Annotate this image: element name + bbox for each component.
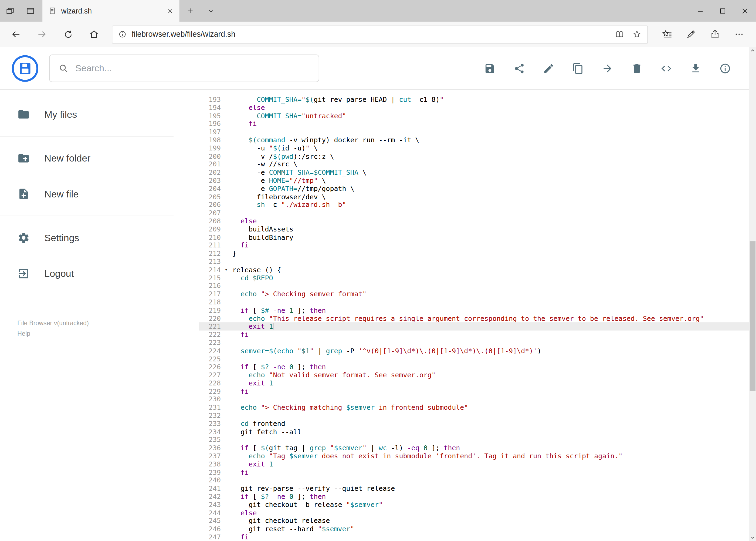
set-aside-tabs-icon[interactable]	[0, 0, 20, 22]
url-text[interactable]: filebrowser.web/files/wizard.sh	[132, 30, 610, 39]
code-line[interactable]: 231 echo "> Checking matching $semver in…	[199, 403, 756, 412]
code-line[interactable]: 226 if [ $? -ne 0 ]; then	[199, 363, 756, 371]
code-line[interactable]: 240	[199, 476, 756, 485]
code-line[interactable]: 207	[199, 209, 756, 217]
code-line[interactable]: 229 fi	[199, 387, 756, 395]
code-line[interactable]: 216	[199, 282, 756, 290]
save-button[interactable]	[484, 62, 496, 74]
sidebar-item-new-file[interactable]: New file	[0, 176, 173, 212]
share-button[interactable]	[513, 62, 525, 74]
code-line[interactable]: 204 -e GOPATH=//tmp/gopath \	[199, 185, 756, 193]
sidebar-item-my-files[interactable]: My files	[0, 96, 173, 132]
home-icon[interactable]	[83, 23, 105, 45]
tab-close-icon[interactable]	[167, 8, 173, 14]
maximize-button[interactable]	[712, 0, 734, 22]
search-input[interactable]	[75, 63, 310, 74]
code-line[interactable]: 208 else	[199, 217, 756, 225]
code-line[interactable]: 233 cd frontend	[199, 420, 756, 428]
code-line[interactable]: 202 -e COMMIT_SHA=$COMMIT_SHA \	[199, 169, 756, 177]
share-page-icon[interactable]	[703, 23, 727, 45]
scroll-down-icon[interactable]	[749, 534, 756, 541]
close-button[interactable]	[734, 0, 756, 22]
code-line[interactable]: 243 git checkout -b release "$semver"	[199, 501, 756, 509]
code-line[interactable]: 215 cd $REPO	[199, 274, 756, 282]
code-line[interactable]: 235	[199, 436, 756, 444]
code-line[interactable]: 234 git fetch --all	[199, 428, 756, 436]
show-tab-previews-icon[interactable]	[200, 0, 222, 22]
refresh-icon[interactable]	[57, 23, 79, 45]
scrollbar-thumb[interactable]	[750, 241, 755, 391]
code-line[interactable]: 196 fi	[199, 120, 756, 128]
filebrowser-logo[interactable]	[12, 55, 39, 82]
site-info-icon[interactable]	[118, 30, 127, 39]
code-line[interactable]: 195 COMMIT_SHA="untracked"	[199, 112, 756, 120]
rename-button[interactable]	[543, 62, 554, 74]
code-line[interactable]: 222 fi	[199, 330, 756, 339]
code-line[interactable]: 219 if [ $# -ne 1 ]; then	[199, 306, 756, 314]
web-note-pen-icon[interactable]	[679, 23, 703, 45]
code-line[interactable]: 218	[199, 298, 756, 306]
code-line[interactable]: 217 echo "> Checking semver format"	[199, 290, 756, 298]
code-line[interactable]: 237 echo "Tag $semver does not exist in …	[199, 452, 756, 460]
vertical-scrollbar[interactable]	[749, 47, 756, 541]
code-line[interactable]: 212}	[199, 250, 756, 258]
code-line[interactable]: 211 fi	[199, 242, 756, 250]
code-line[interactable]: 199 -u "$(id -u)" \	[199, 144, 756, 152]
code-line[interactable]: 223	[199, 339, 756, 347]
code-line[interactable]: 206 sh -c "./wizard.sh -b"	[199, 201, 756, 209]
fold-marker-icon[interactable]: ▾	[225, 266, 227, 273]
code-line[interactable]: 238 exit 1	[199, 460, 756, 468]
code-line[interactable]: 236 if [ $(git tag | grep "$semver" | wc…	[199, 444, 756, 452]
back-icon[interactable]	[5, 23, 27, 45]
forward-icon[interactable]	[31, 23, 53, 45]
minimize-button[interactable]	[689, 0, 711, 22]
code-line[interactable]: 214▾release () {	[199, 266, 756, 274]
code-line[interactable]: 239 fi	[199, 468, 756, 476]
code-line[interactable]: 200 -v /$(pwd):/src:z \	[199, 152, 756, 161]
copy-button[interactable]	[572, 62, 584, 74]
active-code-line[interactable]: 221 exit 1	[199, 322, 756, 330]
code-line[interactable]: 194 else	[199, 104, 756, 112]
code-line[interactable]: 213	[199, 258, 756, 266]
code-line[interactable]: 228 exit 1	[199, 379, 756, 387]
download-button[interactable]	[690, 62, 701, 74]
code-editor[interactable]: 193 COMMIT_SHA="$(git rev-parse HEAD | c…	[173, 90, 756, 541]
reading-view-icon[interactable]	[615, 29, 625, 39]
delete-button[interactable]	[631, 62, 642, 74]
sidebar-item-new-folder[interactable]: New folder	[0, 141, 173, 176]
address-bar[interactable]: filebrowser.web/files/wizard.sh	[112, 25, 648, 43]
browser-tab[interactable]: wizard.sh	[42, 0, 179, 22]
code-line[interactable]: 225	[199, 355, 756, 363]
code-view-button[interactable]	[660, 62, 672, 74]
new-tab-button[interactable]	[179, 0, 201, 22]
info-button[interactable]	[719, 62, 731, 74]
code-line[interactable]: 246 git reset --hard "$semver"	[199, 525, 756, 533]
scroll-up-icon[interactable]	[749, 47, 756, 54]
sidebar-item-settings[interactable]: Settings	[0, 220, 173, 256]
code-line[interactable]: 245 git checkout release	[199, 517, 756, 525]
tab-preview-icon[interactable]	[20, 0, 41, 22]
code-line[interactable]: 209 buildAssets	[199, 225, 756, 234]
code-line[interactable]: 241 git rev-parse --verify --quiet relea…	[199, 485, 756, 493]
search-bar[interactable]	[49, 55, 319, 82]
code-line[interactable]: 247 fi	[199, 533, 756, 541]
code-line[interactable]: 242 if [ $? -ne 0 ]; then	[199, 493, 756, 501]
code-line[interactable]: 198 $(command -v winpty) docker run --rm…	[199, 136, 756, 144]
code-line[interactable]: 224 semver=$(echo "$1" | grep -P '^v(0|[…	[199, 347, 756, 355]
more-menu-icon[interactable]	[727, 23, 751, 45]
sidebar-item-logout[interactable]: Logout	[0, 256, 173, 291]
favorite-star-icon[interactable]	[632, 29, 642, 39]
code-line[interactable]: 203 -e HOME="//tmp" \	[199, 177, 756, 185]
help-link[interactable]: Help	[17, 329, 156, 339]
code-line[interactable]: 244 else	[199, 509, 756, 517]
move-button[interactable]	[602, 62, 613, 74]
code-line[interactable]: 230	[199, 395, 756, 403]
code-line[interactable]: 210 buildBinary	[199, 234, 756, 242]
code-line[interactable]: 197	[199, 128, 756, 136]
code-line[interactable]: 201 -w //src \	[199, 161, 756, 169]
code-line[interactable]: 227 echo "Not valid semver format. See s…	[199, 371, 756, 379]
code-line[interactable]: 193 COMMIT_SHA="$(git rev-parse HEAD | c…	[199, 96, 756, 104]
hub-favorites-icon[interactable]	[655, 23, 679, 45]
code-line[interactable]: 232	[199, 412, 756, 420]
code-line[interactable]: 205 filebrowser/dev \	[199, 193, 756, 201]
